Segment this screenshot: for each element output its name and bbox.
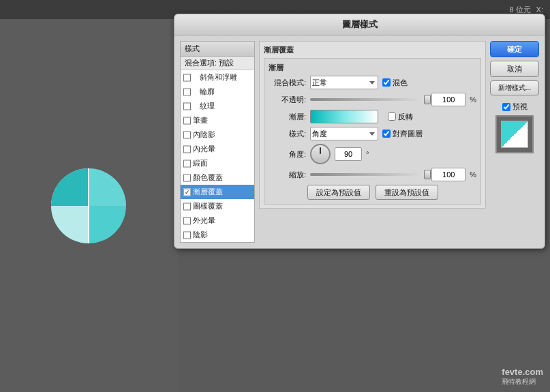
scale-unit: % xyxy=(470,170,476,179)
mix-checkbox[interactable] xyxy=(382,78,391,87)
styles-item-11[interactable]: 陰影 xyxy=(181,228,254,242)
styles-label-8: 漸層覆蓋 xyxy=(193,187,223,197)
gradient-swatch[interactable] xyxy=(310,110,378,123)
overlay-section-title: 漸層覆蓋 xyxy=(264,45,481,55)
opacity-slider-track xyxy=(310,98,427,101)
buttons-panel: 確定 取消 新增樣式... 預視 xyxy=(490,41,539,243)
styles-checkbox-6 xyxy=(183,160,191,167)
styles-panel: 樣式 混合選項: 預設 斜角和浮雕輪廓紋理筆畫內陰影內光暈緞面顏色覆蓋漸層覆蓋圖… xyxy=(180,41,255,243)
align-layer-checkbox-container: 對齊圖層 xyxy=(382,129,423,139)
styles-label-7: 顏色覆蓋 xyxy=(193,172,223,183)
mix-label: 混色 xyxy=(393,78,408,88)
styles-section-header: 混合選項: 預設 xyxy=(181,57,254,70)
styles-label-3: 筆畫 xyxy=(193,115,208,125)
opacity-row: 不透明: % xyxy=(269,93,476,106)
mix-checkbox-container: 混色 xyxy=(382,78,408,88)
watermark: fevte.com 飛特教程網 xyxy=(502,367,543,387)
scale-slider-thumb xyxy=(424,170,431,179)
ok-button[interactable]: 確定 xyxy=(490,41,539,57)
top-bar-x: X: xyxy=(536,5,543,14)
layer-style-dialog: 圖層樣式 樣式 混合選項: 預設 斜角和浮雕輪廓紋理筆畫內陰影內光暈緞面顏色覆蓋… xyxy=(174,14,545,249)
opacity-slider-container[interactable] xyxy=(310,98,427,101)
opacity-unit: % xyxy=(470,95,476,104)
watermark-site: fevte.com xyxy=(502,367,543,377)
dialog-title: 圖層樣式 xyxy=(342,19,378,29)
styles-item-0[interactable]: 斜角和浮雕 xyxy=(181,70,254,85)
scale-slider-track xyxy=(310,173,427,176)
scale-label: 縮放: xyxy=(269,170,306,180)
scale-row: 縮放: % xyxy=(269,168,476,181)
reverse-checkbox[interactable] xyxy=(388,112,396,121)
styles-checkbox-4 xyxy=(183,131,191,138)
preview-thumbnail xyxy=(495,115,534,153)
styles-item-9[interactable]: 圖樣覆蓋 xyxy=(181,199,254,213)
preview-label: 預視 xyxy=(513,102,528,112)
angle-row: 角度: ° xyxy=(269,144,476,164)
styles-item-5[interactable]: 內光暈 xyxy=(181,142,254,156)
styles-item-3[interactable]: 筆畫 xyxy=(181,113,254,127)
styles-item-4[interactable]: 內陰影 xyxy=(181,127,254,142)
new-style-button[interactable]: 新增樣式... xyxy=(490,80,539,95)
styles-checkbox-7 xyxy=(183,174,191,181)
styles-checkbox-10 xyxy=(183,217,191,224)
styles-checkbox-11 xyxy=(183,231,191,239)
gradient-subsection-title: 漸層 xyxy=(269,63,476,73)
angle-label: 角度: xyxy=(269,149,306,160)
blend-mode-label: 混合模式: xyxy=(269,78,306,88)
styles-item-7[interactable]: 顏色覆蓋 xyxy=(181,170,254,185)
styles-item-8[interactable]: 漸層覆蓋 xyxy=(181,185,254,199)
styles-item-6[interactable]: 緞面 xyxy=(181,156,254,170)
styles-checkbox-3 xyxy=(183,117,191,124)
styles-checkbox-9 xyxy=(183,202,191,210)
styles-checkbox-8 xyxy=(183,188,191,196)
preview-inner xyxy=(501,121,528,148)
opacity-label: 不透明: xyxy=(269,95,306,105)
set-default-button[interactable]: 設定為預設值 xyxy=(307,185,370,200)
canvas-area xyxy=(0,19,177,392)
styles-label-2: 紋理 xyxy=(200,101,215,111)
angle-unit: ° xyxy=(366,150,369,158)
align-layer-label: 對齊圖層 xyxy=(393,129,423,139)
styles-label-11: 陰影 xyxy=(193,230,208,240)
blend-mode-row: 混合模式: 正常 混色 xyxy=(269,76,476,89)
gradient-overlay-section: 漸層覆蓋 漸層 混合模式: 正常 混色 xyxy=(259,41,486,209)
dialog-body: 樣式 混合選項: 預設 斜角和浮雕輪廓紋理筆畫內陰影內光暈緞面顏色覆蓋漸層覆蓋圖… xyxy=(174,35,545,248)
styles-label-9: 圖樣覆蓋 xyxy=(193,201,223,211)
scale-input[interactable] xyxy=(431,168,465,181)
reverse-checkbox-container: 反轉 xyxy=(388,112,413,122)
preview-checkbox[interactable] xyxy=(502,103,510,111)
styles-label-5: 內光暈 xyxy=(193,144,215,154)
styles-label-4: 內陰影 xyxy=(193,130,215,140)
styles-checkbox-0 xyxy=(183,74,191,81)
styles-checkbox-2 xyxy=(183,102,191,110)
styles-checkbox-5 xyxy=(183,145,191,153)
styles-panel-title: 樣式 xyxy=(181,42,254,57)
styles-item-10[interactable]: 外光暈 xyxy=(181,213,254,228)
styles-item-2[interactable]: 紋理 xyxy=(181,99,254,113)
reverse-label: 反轉 xyxy=(398,112,413,122)
styles-label-1: 輪廓 xyxy=(200,87,215,97)
preview-checkbox-container: 預視 xyxy=(490,102,539,112)
cancel-button[interactable]: 取消 xyxy=(490,61,539,77)
style-select[interactable]: 角度 xyxy=(310,127,378,140)
align-layer-checkbox[interactable] xyxy=(382,130,391,138)
gradient-label: 漸層: xyxy=(269,112,306,122)
gradient-row: 漸層: 反轉 xyxy=(269,110,476,123)
styles-checkbox-1 xyxy=(183,88,191,95)
scale-slider-container[interactable] xyxy=(310,173,427,176)
pie-chart xyxy=(48,165,129,247)
main-content: 漸層覆蓋 漸層 混合模式: 正常 混色 xyxy=(259,41,486,243)
style-label: 樣式: xyxy=(269,129,306,139)
opacity-input[interactable] xyxy=(431,93,465,106)
styles-item-1[interactable]: 輪廓 xyxy=(181,85,254,99)
styles-label-6: 緞面 xyxy=(193,158,208,168)
angle-dial[interactable] xyxy=(310,144,331,164)
angle-input[interactable] xyxy=(335,147,362,161)
style-row: 樣式: 角度 對齊圖層 xyxy=(269,127,476,140)
styles-label-0: 斜角和浮雕 xyxy=(200,72,237,82)
blend-mode-select[interactable]: 正常 xyxy=(310,76,378,89)
reset-default-button[interactable]: 重設為預設值 xyxy=(376,185,438,200)
dialog-titlebar: 圖層樣式 xyxy=(174,14,545,35)
styles-label-10: 外光暈 xyxy=(193,215,215,226)
bottom-buttons: 設定為預設值 重設為預設值 xyxy=(269,185,476,200)
